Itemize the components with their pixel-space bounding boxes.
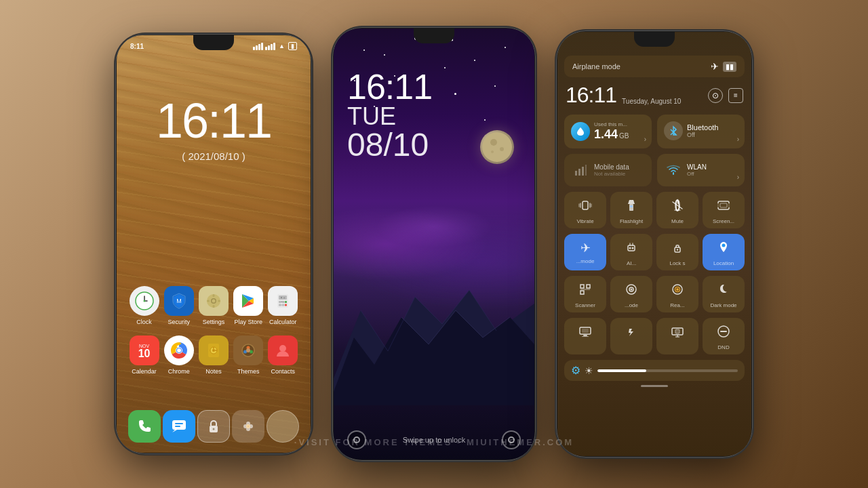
app-calendar[interactable]: NOV 10 Calendar: [130, 336, 159, 375]
darkmode-label: Dark mode: [710, 302, 736, 308]
dock-bullet[interactable]: [267, 410, 299, 443]
brightness-low-icon: ☀: [585, 365, 593, 376]
phone2: 8:11 ▐▐ ▲ ▮ 16:11 TUE 08/10 Swipe up to …: [332, 27, 536, 461]
wlan-tile[interactable]: WLAN Off ›: [657, 154, 745, 186]
flashlight-label: Flashlight: [620, 218, 643, 224]
dock-lock[interactable]: [197, 410, 230, 443]
brightness-slider[interactable]: [597, 369, 738, 372]
dock-phone[interactable]: [128, 410, 161, 443]
vibrate-toggle[interactable]: Vibrate: [564, 192, 606, 228]
battery-status: ▮▮: [723, 62, 736, 72]
bt-expand[interactable]: ›: [737, 136, 739, 143]
wlan-info: WLAN Off: [687, 163, 707, 177]
lockscreen-label: Lock s: [669, 260, 685, 266]
app-themes[interactable]: Themes: [233, 336, 263, 375]
scanner-toggle[interactable]: Scanner: [564, 276, 606, 312]
tile-content: Used this m... 1.44 GB: [571, 121, 645, 142]
svg-marker-43: [172, 430, 177, 432]
settings-round-icon[interactable]: ⊙: [708, 88, 723, 103]
cc-header-icons: ⊙ ≡: [708, 88, 743, 103]
cast-toggle[interactable]: [564, 318, 606, 354]
status-time: 8:11: [130, 43, 144, 50]
projection-toggle[interactable]: [656, 318, 698, 354]
dock-flower[interactable]: [232, 410, 264, 443]
vibrate-svg: [578, 199, 592, 212]
phone1-screen: 8:11 ▲ ▮: [117, 35, 311, 453]
reading-label: Rea...: [670, 302, 684, 308]
settings-gear-icon[interactable]: ⚙: [571, 364, 580, 377]
mobile-data-tile[interactable]: Mobile data Not available: [564, 154, 652, 186]
location-toggle[interactable]: Location: [703, 234, 745, 270]
lock-clock: 16:11: [117, 96, 311, 145]
status-icons: ▲ ▮: [253, 42, 297, 50]
svg-point-52: [246, 424, 250, 428]
app-calculator[interactable]: × ÷ + – Calculator: [268, 286, 298, 325]
water-drop-svg: [576, 127, 585, 136]
battery-saver-svg: [625, 325, 638, 338]
dnd-svg: [717, 325, 730, 338]
camera-front[interactable]: [347, 430, 366, 449]
mute-toggle[interactable]: Mute: [656, 192, 698, 228]
svg-rect-99: [583, 335, 587, 336]
brightness-bar: ⚙ ☀: [564, 360, 745, 381]
svg-point-40: [246, 348, 250, 352]
reading-toggle[interactable]: Rea...: [656, 276, 698, 312]
tile-expand[interactable]: ›: [644, 136, 646, 143]
phones-container: 8:11 ▲ ▮: [0, 0, 868, 488]
app-contacts-label: Contacts: [271, 368, 296, 375]
svg-point-87: [722, 244, 726, 247]
phone1-time: 16:11 ( 2021/08/10 ): [117, 96, 311, 162]
app-settings[interactable]: Settings: [199, 286, 229, 325]
darkmode-icon: [717, 283, 730, 300]
darkmode-toggle[interactable]: Dark mode: [703, 276, 745, 312]
readmode-svg: [625, 283, 638, 296]
wlan-content: WLAN Off: [664, 161, 738, 180]
battery-saver-icon: [625, 325, 638, 342]
screenshot-label: Screen...: [713, 218, 734, 224]
data-unit: GB: [619, 132, 629, 140]
dnd-toggle[interactable]: DND: [703, 318, 745, 354]
cc-time: 16:11: [566, 83, 616, 108]
data-usage-tile[interactable]: Used this m... 1.44 GB ›: [564, 115, 652, 148]
app-playstore[interactable]: Play Store: [233, 286, 263, 325]
dock-messages[interactable]: [163, 410, 195, 443]
menu-icon[interactable]: ≡: [728, 88, 743, 103]
app-clock[interactable]: Clock: [130, 286, 159, 325]
swipe-up-text: Swipe up to unlock: [403, 436, 465, 444]
wlan-icon: [664, 161, 683, 180]
app-chrome[interactable]: Chrome: [164, 336, 194, 375]
app-security-label: Security: [168, 319, 191, 325]
battery-saver-toggle[interactable]: [610, 318, 652, 354]
data-value-row: 1.44 GB: [594, 127, 629, 142]
bluetooth-svg: [668, 125, 679, 136]
app-contacts[interactable]: Contacts: [268, 336, 298, 375]
lock-icon: [205, 418, 222, 435]
svg-point-57: [500, 147, 504, 151]
md-label: Mobile data: [594, 163, 629, 171]
flashlight-toggle[interactable]: Flashlight: [610, 192, 652, 228]
toggle-row-3: Scanner ...ode: [564, 276, 745, 312]
app-security[interactable]: M Security: [164, 286, 194, 325]
cc-network-tiles: Mobile data Not available: [564, 154, 745, 186]
readmode-toggle[interactable]: ...ode: [610, 276, 652, 312]
svg-rect-61: [575, 171, 577, 176]
reading-svg: [671, 283, 684, 296]
bluetooth-tile[interactable]: Bluetooth Off ›: [657, 115, 745, 148]
lockscreen-toggle[interactable]: Lock s: [656, 234, 698, 270]
airplane-toggle[interactable]: ✈ ...mode: [564, 234, 606, 270]
airplane-toggle-icon: ✈: [580, 241, 591, 256]
ai-toggle[interactable]: AI...: [610, 234, 652, 270]
screenshot-toggle[interactable]: Screen...: [703, 192, 745, 228]
airplane-mode-label: Airplane mode: [572, 62, 620, 70]
camera-back[interactable]: [502, 430, 521, 449]
svg-rect-79: [728, 203, 730, 207]
data-usage-info: Used this m... 1.44 GB: [594, 121, 629, 142]
wlan-expand[interactable]: ›: [737, 174, 739, 181]
home-indicator[interactable]: [564, 385, 745, 387]
app-notes[interactable]: Notes: [199, 336, 229, 375]
cast-svg: [578, 325, 592, 338]
location-label: Location: [713, 260, 734, 266]
svg-rect-44: [175, 423, 183, 424]
svg-rect-18: [285, 301, 287, 303]
chrome-icon: [170, 341, 189, 360]
